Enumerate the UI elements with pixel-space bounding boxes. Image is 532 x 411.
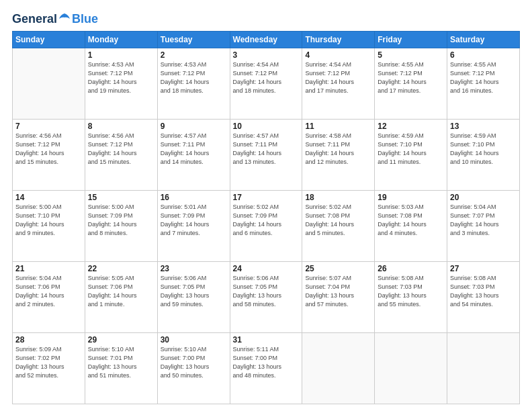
- col-header-sunday: Sunday: [13, 32, 85, 48]
- day-info: Sunrise: 5:01 AM Sunset: 7:09 PM Dayligh…: [161, 203, 227, 238]
- day-info: Sunrise: 4:56 AM Sunset: 7:12 PM Dayligh…: [88, 132, 154, 167]
- day-number: 26: [378, 264, 444, 273]
- day-number: 28: [15, 335, 82, 345]
- calendar-cell: 6Sunrise: 4:55 AM Sunset: 7:12 PM Daylig…: [447, 48, 520, 120]
- day-info: Sunrise: 5:02 AM Sunset: 7:08 PM Dayligh…: [305, 203, 371, 238]
- day-info: Sunrise: 5:02 AM Sunset: 7:09 PM Dayligh…: [233, 203, 300, 238]
- day-number: 17: [233, 193, 300, 202]
- day-number: 23: [161, 264, 227, 273]
- calendar-cell: 30Sunrise: 5:10 AM Sunset: 7:00 PM Dayli…: [157, 333, 230, 404]
- col-header-wednesday: Wednesday: [230, 32, 302, 48]
- day-number: 21: [15, 264, 82, 273]
- calendar-cell: 23Sunrise: 5:06 AM Sunset: 7:05 PM Dayli…: [157, 262, 230, 333]
- calendar-cell: 18Sunrise: 5:02 AM Sunset: 7:08 PM Dayli…: [302, 191, 375, 262]
- day-info: Sunrise: 5:06 AM Sunset: 7:05 PM Dayligh…: [161, 274, 227, 309]
- calendar-cell: 3Sunrise: 4:54 AM Sunset: 7:12 PM Daylig…: [230, 48, 302, 120]
- day-number: 2: [161, 50, 227, 60]
- calendar-cell: 28Sunrise: 5:09 AM Sunset: 7:02 PM Dayli…: [13, 333, 85, 404]
- day-number: 10: [233, 122, 300, 131]
- calendar-cell: 14Sunrise: 5:00 AM Sunset: 7:10 PM Dayli…: [13, 191, 85, 262]
- day-info: Sunrise: 4:59 AM Sunset: 7:10 PM Dayligh…: [450, 132, 517, 167]
- calendar-cell: [13, 48, 85, 120]
- calendar-cell: 26Sunrise: 5:08 AM Sunset: 7:03 PM Dayli…: [375, 262, 447, 333]
- calendar-cell: 7Sunrise: 4:56 AM Sunset: 7:12 PM Daylig…: [13, 120, 85, 191]
- day-number: 13: [450, 122, 517, 131]
- calendar-cell: 5Sunrise: 4:55 AM Sunset: 7:12 PM Daylig…: [375, 48, 447, 120]
- calendar-cell: [302, 333, 375, 404]
- calendar-cell: 19Sunrise: 5:03 AM Sunset: 7:08 PM Dayli…: [375, 191, 447, 262]
- day-info: Sunrise: 5:08 AM Sunset: 7:03 PM Dayligh…: [450, 274, 517, 309]
- calendar-cell: 15Sunrise: 5:00 AM Sunset: 7:09 PM Dayli…: [85, 191, 157, 262]
- page: GeneralBlue SundayMondayTuesdayWednesday…: [0, 0, 532, 411]
- day-info: Sunrise: 5:10 AM Sunset: 7:00 PM Dayligh…: [161, 345, 227, 380]
- calendar-week-row: 21Sunrise: 5:04 AM Sunset: 7:06 PM Dayli…: [13, 262, 520, 333]
- day-number: 4: [305, 50, 371, 60]
- day-info: Sunrise: 4:54 AM Sunset: 7:12 PM Dayligh…: [233, 60, 300, 95]
- calendar-cell: 13Sunrise: 4:59 AM Sunset: 7:10 PM Dayli…: [447, 120, 520, 191]
- calendar-cell: 27Sunrise: 5:08 AM Sunset: 7:03 PM Dayli…: [447, 262, 520, 333]
- day-info: Sunrise: 5:00 AM Sunset: 7:10 PM Dayligh…: [15, 203, 82, 238]
- day-info: Sunrise: 4:53 AM Sunset: 7:12 PM Dayligh…: [88, 60, 154, 95]
- day-info: Sunrise: 5:03 AM Sunset: 7:08 PM Dayligh…: [378, 203, 444, 238]
- col-header-tuesday: Tuesday: [157, 32, 230, 48]
- calendar-cell: 31Sunrise: 5:11 AM Sunset: 7:00 PM Dayli…: [230, 333, 302, 404]
- calendar-table: SundayMondayTuesdayWednesdayThursdayFrid…: [12, 31, 520, 404]
- day-number: 25: [305, 264, 371, 273]
- day-number: 19: [378, 193, 444, 202]
- day-number: 31: [233, 335, 300, 345]
- calendar-cell: 8Sunrise: 4:56 AM Sunset: 7:12 PM Daylig…: [85, 120, 157, 191]
- day-info: Sunrise: 4:57 AM Sunset: 7:11 PM Dayligh…: [161, 132, 227, 167]
- calendar-cell: 1Sunrise: 4:53 AM Sunset: 7:12 PM Daylig…: [85, 48, 157, 120]
- day-info: Sunrise: 5:07 AM Sunset: 7:04 PM Dayligh…: [305, 274, 371, 309]
- day-info: Sunrise: 5:09 AM Sunset: 7:02 PM Dayligh…: [15, 345, 82, 380]
- day-number: 27: [450, 264, 517, 273]
- day-info: Sunrise: 4:53 AM Sunset: 7:12 PM Dayligh…: [161, 60, 227, 95]
- calendar-cell: [447, 333, 520, 404]
- day-info: Sunrise: 4:59 AM Sunset: 7:10 PM Dayligh…: [378, 132, 444, 167]
- logo-text: GeneralBlue: [12, 12, 98, 26]
- calendar-cell: 11Sunrise: 4:58 AM Sunset: 7:11 PM Dayli…: [302, 120, 375, 191]
- calendar-cell: 4Sunrise: 4:54 AM Sunset: 7:12 PM Daylig…: [302, 48, 375, 120]
- day-number: 6: [450, 50, 517, 60]
- day-number: 5: [378, 50, 444, 60]
- logo-general: General: [12, 13, 57, 25]
- calendar-cell: 16Sunrise: 5:01 AM Sunset: 7:09 PM Dayli…: [157, 191, 230, 262]
- day-number: 18: [305, 193, 371, 202]
- day-number: 11: [305, 122, 371, 131]
- day-number: 29: [88, 335, 154, 345]
- calendar-header-row: SundayMondayTuesdayWednesdayThursdayFrid…: [13, 32, 520, 48]
- col-header-thursday: Thursday: [302, 32, 375, 48]
- day-number: 14: [15, 193, 82, 202]
- day-number: 8: [88, 122, 154, 131]
- calendar-cell: 2Sunrise: 4:53 AM Sunset: 7:12 PM Daylig…: [157, 48, 230, 120]
- day-number: 12: [378, 122, 444, 131]
- calendar-cell: [375, 333, 447, 404]
- day-info: Sunrise: 4:54 AM Sunset: 7:12 PM Dayligh…: [305, 60, 371, 95]
- day-info: Sunrise: 5:05 AM Sunset: 7:06 PM Dayligh…: [88, 274, 154, 309]
- logo: GeneralBlue: [12, 12, 98, 26]
- header: GeneralBlue: [12, 12, 520, 26]
- col-header-friday: Friday: [375, 32, 447, 48]
- calendar-week-row: 1Sunrise: 4:53 AM Sunset: 7:12 PM Daylig…: [13, 48, 520, 120]
- calendar-cell: 21Sunrise: 5:04 AM Sunset: 7:06 PM Dayli…: [13, 262, 85, 333]
- day-info: Sunrise: 4:57 AM Sunset: 7:11 PM Dayligh…: [233, 132, 300, 167]
- day-info: Sunrise: 5:10 AM Sunset: 7:01 PM Dayligh…: [88, 345, 154, 380]
- calendar-week-row: 7Sunrise: 4:56 AM Sunset: 7:12 PM Daylig…: [13, 120, 520, 191]
- day-info: Sunrise: 5:08 AM Sunset: 7:03 PM Dayligh…: [378, 274, 444, 309]
- calendar-cell: 12Sunrise: 4:59 AM Sunset: 7:10 PM Dayli…: [375, 120, 447, 191]
- calendar-cell: 24Sunrise: 5:06 AM Sunset: 7:05 PM Dayli…: [230, 262, 302, 333]
- day-number: 1: [88, 50, 154, 60]
- col-header-saturday: Saturday: [447, 32, 520, 48]
- calendar-cell: 25Sunrise: 5:07 AM Sunset: 7:04 PM Dayli…: [302, 262, 375, 333]
- day-info: Sunrise: 4:58 AM Sunset: 7:11 PM Dayligh…: [305, 132, 371, 167]
- calendar-week-row: 28Sunrise: 5:09 AM Sunset: 7:02 PM Dayli…: [13, 333, 520, 404]
- day-info: Sunrise: 5:11 AM Sunset: 7:00 PM Dayligh…: [233, 345, 300, 380]
- calendar-cell: 29Sunrise: 5:10 AM Sunset: 7:01 PM Dayli…: [85, 333, 157, 404]
- calendar-week-row: 14Sunrise: 5:00 AM Sunset: 7:10 PM Dayli…: [13, 191, 520, 262]
- day-info: Sunrise: 5:06 AM Sunset: 7:05 PM Dayligh…: [233, 274, 300, 309]
- day-number: 7: [15, 122, 82, 131]
- col-header-monday: Monday: [85, 32, 157, 48]
- calendar-cell: 22Sunrise: 5:05 AM Sunset: 7:06 PM Dayli…: [85, 262, 157, 333]
- calendar-cell: 17Sunrise: 5:02 AM Sunset: 7:09 PM Dayli…: [230, 191, 302, 262]
- calendar-cell: 20Sunrise: 5:04 AM Sunset: 7:07 PM Dayli…: [447, 191, 520, 262]
